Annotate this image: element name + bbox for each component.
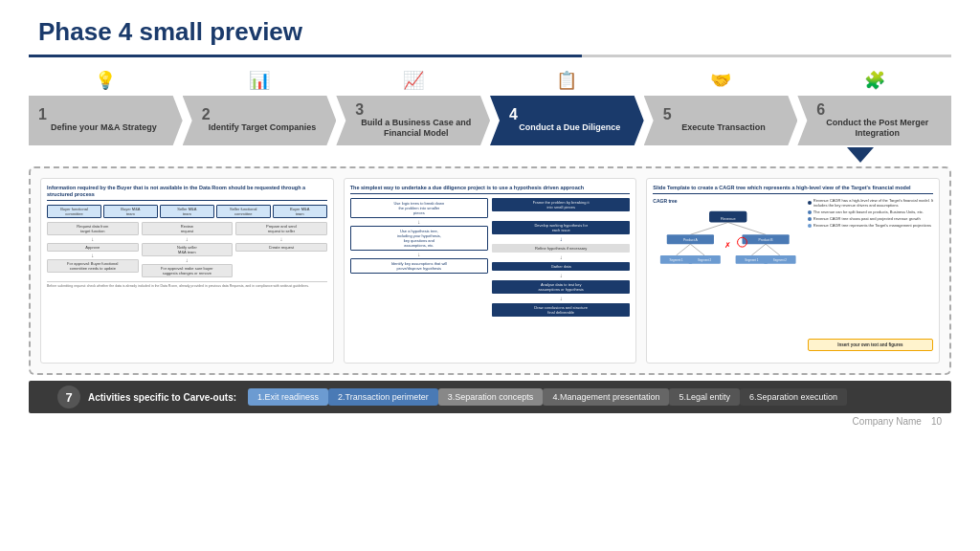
insert-box: Insert your own text and figures [808,339,933,351]
page-title: Phase 4 small preview [38,17,942,47]
s1r1: Request data fromtarget function [47,222,139,235]
s2-box1: Use logic trees to break downthe problem… [350,198,488,218]
tab-transaction-perimeter[interactable]: 2.Transaction perimeter [328,388,438,406]
cagr-label: CAGR tree [653,198,803,204]
svg-text:Product B: Product B [759,238,774,242]
tab-separation-execution[interactable]: 6.Separation execution [740,388,847,406]
slide-2-right: Frame the problem by breaking itinto sma… [492,198,630,317]
slide-3-layout: CAGR tree Revenue Product A Product B [653,198,933,351]
step-1-icon: 💡 [95,65,116,96]
step-6-label: Conduct the Post Merger Integration [816,118,938,140]
s1r4: Reviewrequest [142,222,234,235]
step-1: 💡 1 Define your M&A Strategy [29,65,183,145]
slide-preview-1: Information required by the Buyer that i… [40,178,334,364]
slide-2-title: The simplest way to undertake a due dili… [350,185,631,194]
legend-text-4: Revenue CAGR tree represents the Target'… [813,223,931,228]
step-5-icon: 🤝 [710,65,731,96]
step-2-label: Identify Target Companies [209,122,316,133]
svg-text:Segment 2: Segment 2 [698,258,712,262]
header-divider [29,55,951,57]
slide-3-inner: Slide Template to create a CAGR tree whi… [647,179,939,363]
svg-line-11 [766,244,780,255]
slide-1-box-3: Seller M&Ateam [160,205,214,218]
step-2-icon: 📊 [249,65,270,96]
legend-dot-1 [808,201,812,205]
step-5-label: Execute Transaction [681,122,766,133]
bottom-label: Activities specific to Carve-outs: [88,392,236,403]
slide-1-footnote: Before submitting request: check whether… [47,281,327,288]
s2-step5: Analyse data to test keyassumptions or h… [492,280,630,294]
slide-1-title: Information required by the Buyer that i… [47,185,327,201]
legend-dot-4 [808,224,812,228]
slide-2-left: Use logic trees to break downthe problem… [350,198,488,317]
bottom-tabs: 1.Exit readiness 2.Transaction perimeter… [248,388,923,406]
svg-line-3 [728,223,766,235]
slide-1-inner: Information required by the Buyer that i… [41,179,333,363]
s2-step1: Frame the problem by breaking itinto sma… [492,198,630,211]
step-1-label: Define your M&A Strategy [51,122,157,133]
svg-line-2 [691,223,728,235]
slide-1-box-4: Seller functionalcommittee [216,205,271,218]
svg-line-8 [677,244,691,255]
step-2: 📊 2 Identify Target Companies [183,65,337,145]
slide-3-title: Slide Template to create a CAGR tree whi… [653,185,933,194]
tab-legal-entity[interactable]: 5.Legal entity [669,388,740,406]
legend-dot-2 [808,210,812,214]
slide-1-box-1: Buyer functionalcommittee [47,205,101,218]
step-2-num: 2 [202,107,211,122]
step-3: 📈 3 Build a Business Case and Financial … [336,65,490,145]
step-4-num: 4 [509,107,518,122]
s1r6: For approval: make sure buyersuggests ch… [142,264,234,277]
legend-text-2: The revenue can be split based on produc… [813,209,924,214]
step-5-arrow: 5 Execute Transaction [644,96,798,145]
step-6-arrow: 6 Conduct the Post Merger Integration [797,96,951,145]
step-3-arrow: 3 Build a Business Case and Financial Mo… [336,96,490,145]
step-6-num: 6 [816,102,825,118]
down-arrow [847,147,874,163]
slide-3-right: Revenue CAGR has a high-level view of th… [808,198,933,351]
slide-3-legend: Revenue CAGR has a high-level view of th… [808,198,933,230]
svg-line-10 [752,244,767,255]
s2-box2: Use a hypothesis tree,including your hyp… [350,226,488,251]
step-6: 🧩 6 Conduct the Post Merger Integration [797,65,951,145]
step-4-icon: 📋 [556,65,577,96]
s2-step2: Develop working hypothesis foreach issue [492,221,630,234]
footer: Company Name 10 [0,413,980,427]
svg-text:Segment 2: Segment 2 [773,258,788,262]
legend-text-1: Revenue CAGR has a high-level view of th… [813,198,933,208]
svg-text:Product A: Product A [683,238,699,242]
slide-3-chart: CAGR tree Revenue Product A Product B [653,198,803,351]
page-header: Phase 4 small preview [0,0,980,55]
bottom-num: 7 [57,386,80,408]
tab-management-presentation[interactable]: 4.Management presentation [543,388,669,406]
slide-1-col-2: Reviewrequest ↓ Notify sellerM&A team ↓ … [142,222,234,277]
s1r8: Create request [235,243,327,252]
slide-1-box-5: Buyer M&Ateam [273,205,327,218]
tab-exit-readiness[interactable]: 1.Exit readiness [248,388,328,406]
legend-4: Revenue CAGR tree represents the Target'… [808,223,933,228]
legend-3: Revenue CAGR tree shows past and project… [808,216,933,221]
legend-dot-3 [808,217,812,221]
s2-step6: Draw conclusions and structurefinal deli… [492,303,630,317]
slide-preview-2: The simplest way to undertake a due dili… [344,178,637,364]
step-1-num: 1 [38,107,47,122]
step-5: 🤝 5 Execute Transaction [644,65,798,145]
s1r5: Notify sellerM&A team [142,243,234,256]
svg-text:Segment 1: Segment 1 [670,258,684,262]
svg-text:Revenue: Revenue [721,216,736,221]
process-steps: 💡 1 Define your M&A Strategy 📊 2 Identif… [0,65,980,145]
svg-line-9 [691,244,705,255]
company-name: Company Name [853,416,922,427]
legend-2: The revenue can be split based on produc… [808,209,933,214]
s2-step4: Gather data [492,262,630,271]
step-3-num: 3 [355,102,364,118]
step-4-arrow: 4 Conduct a Due Diligence [490,96,644,145]
step-5-num: 5 [663,107,672,122]
cagr-svg: Revenue Product A Product B [653,206,803,301]
step-4-label: Conduct a Due Diligence [519,122,620,133]
tab-separation-concepts[interactable]: 3.Separation concepts [438,388,544,406]
slide-1-col-3: Prepare and sendrequest to seller ↓ Crea… [235,222,327,277]
s1r3: For approval: Buyer functionalcommittee … [47,259,139,273]
step-6-icon: 🧩 [864,65,885,96]
slide-2-layout: Use logic trees to break downthe problem… [350,198,631,317]
